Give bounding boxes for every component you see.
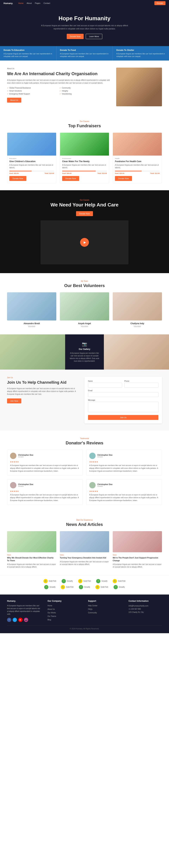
footer-link-faq[interactable]: FAQs [88, 608, 92, 610]
gallery-right-placeholder [104, 334, 169, 370]
volunteers-label: My Team [7, 280, 162, 282]
testimonial-4-info: Christopher Doe Donator [97, 483, 112, 487]
hero-learn-button[interactable]: Learn More [86, 34, 102, 39]
cause-card-3-title: Fundraise For Health Care [115, 160, 160, 163]
footer-link-help[interactable]: Help Center [88, 605, 97, 607]
testimonial-2-header: Christopher Doe Donator [89, 453, 159, 459]
partner-4-icon: 🌱 [96, 579, 100, 583]
message-input[interactable] [88, 402, 159, 412]
volunteer-3-image [113, 292, 162, 320]
about-title: We Are An International Charity Organisa… [7, 71, 111, 76]
form-row-1: Name Phone [88, 380, 159, 388]
footer-link-works[interactable]: Our Works [48, 612, 56, 614]
testimonial-2-info: Christopher Doe Donator [97, 454, 112, 458]
footer-link-community[interactable]: Community [88, 612, 97, 614]
news-card-3-tag: News [113, 554, 162, 556]
instagram-btn[interactable]: 📷 [24, 618, 28, 622]
email-input[interactable] [88, 392, 159, 397]
footer-address: 123 Charity St, City [129, 611, 162, 614]
cause-card-2-image [60, 133, 109, 156]
partner-2-name: Growify [67, 580, 73, 582]
footer-link-about[interactable]: About Us [48, 608, 55, 610]
cause-card-1: Education Give Children's Education A Eu… [7, 132, 56, 183]
testimonials-cards: Christopher Doe Donator ★★★★★ A European… [7, 450, 162, 505]
partner-9-icon: 🐟 [95, 585, 100, 589]
form-submit-btn[interactable]: Join Us [88, 415, 159, 420]
cause-card-2-stats: Goal: $20.00 Total: $15.00 [62, 173, 107, 174]
donate-boxes: Donate To Education A European linguia a… [0, 46, 169, 61]
cause-card-1-desc: A European linguia are members like can'… [9, 164, 54, 169]
causes-label: Our Causes [7, 120, 162, 122]
cause-card-1-tag: Education [9, 158, 54, 159]
hero-donate-button[interactable]: Donate Now [67, 34, 84, 39]
testimonial-2-text: A European linguia are members like can'… [89, 464, 159, 472]
testimonial-2-name: Christopher Doe [97, 454, 112, 456]
footer-tagline: A European linguia are members like can'… [7, 604, 40, 616]
partner-7-icon: 🐟 [61, 585, 65, 589]
nav-donate-button[interactable]: Donate [154, 1, 166, 5]
help-label: Our Causes [3, 199, 166, 201]
join-btn[interactable]: Join Now [7, 398, 21, 403]
feature-2: Community [59, 87, 111, 89]
footer-link-blog[interactable]: Blog [48, 619, 51, 621]
navbar: Humany. Home About Pages Contact Donate [0, 0, 169, 6]
testimonial-1-role: Donator [18, 456, 33, 458]
cause-card-1-progress-fill [9, 171, 32, 172]
about-label: About Us [7, 68, 111, 69]
volunteer-2-name: Anyah Angel [60, 322, 109, 325]
join-label: Join Us [7, 377, 78, 378]
partner-3-name: Gold Fish [83, 580, 91, 582]
nav-about[interactable]: About [27, 2, 32, 4]
cause-card-1-progress-bar [9, 171, 54, 172]
cause-card-3-btn[interactable]: Donate Now [115, 176, 132, 181]
join-form: Name Phone Email Message Join Us [84, 377, 162, 424]
nav-home[interactable]: Home [18, 2, 23, 4]
feature-4: Integrity [59, 90, 111, 92]
play-button[interactable] [80, 238, 89, 247]
news-label: Start Our Experience [7, 519, 162, 521]
cause-card-2-desc: A European linguia are members like can'… [62, 164, 107, 169]
volunteer-1-role: Volunteer [7, 326, 56, 327]
about-btn[interactable]: About Us [7, 98, 21, 103]
about-features: Global Financial Assistance Community Sm… [7, 87, 111, 95]
name-input[interactable] [88, 383, 122, 388]
cause-card-1-stats: Goal: $20.00 Total: $10.00 [9, 173, 54, 174]
cause-card-2-content: Environment Clean Water For The Needy A … [60, 156, 109, 183]
footer: Humany. A European linguia are members l… [0, 594, 169, 633]
partner-8-icon: 🌱 [79, 585, 83, 589]
cause-card-3: Health Fundraise For Health Care A Europ… [113, 132, 162, 183]
partner-2-icon: 🌱 [62, 579, 66, 583]
cause-card-1-btn[interactable]: Donate Now [9, 176, 26, 181]
news-card-1-desc: A European linguia are members like can'… [7, 563, 56, 568]
cause-card-1-image [7, 133, 56, 156]
partner-8: 🌱 Growify [79, 585, 90, 589]
cause-card-1-total: Total: $10.00 [45, 173, 54, 174]
gallery-label: Our Gallery [79, 348, 90, 350]
causes-section: Our Causes Top Fundraisers Education Giv… [0, 113, 169, 190]
news-card-2: News Turning Your Emergency Donation Int… [60, 531, 109, 568]
partner-3-icon: 🐟 [78, 579, 82, 583]
testimonials-title: Donator's Reviews [7, 440, 162, 445]
cause-card-3-content: Health Fundraise For Health Care A Europ… [113, 156, 162, 183]
news-cards: News Why We Should Donate Our Most Effec… [7, 531, 162, 568]
cause-card-3-raised: Goal: $20.00 [115, 173, 124, 174]
nav-pages[interactable]: Pages [35, 2, 40, 4]
facebook-btn[interactable]: f [7, 618, 11, 622]
partner-2: 🌱 Growify [62, 579, 73, 583]
footer-link-home[interactable]: Home [48, 605, 52, 607]
cause-card-2-btn[interactable]: Donate Now [62, 176, 79, 181]
nav-contact[interactable]: Contact [44, 2, 50, 4]
youtube-btn[interactable]: ▶ [18, 618, 23, 622]
cause-card-3-image [113, 133, 162, 156]
help-donate-btn[interactable]: Donate Now [76, 211, 93, 216]
footer-email: info@humanycharity.com [129, 604, 162, 608]
help-video [40, 220, 129, 264]
testimonial-3-text: A European linguia are members like can'… [10, 494, 80, 502]
news-card-3-image [113, 531, 162, 552]
testimonial-2: Christopher Doe Donator ★★★★★ A European… [86, 450, 162, 475]
testimonial-3-info: Christopher Doe Donator [18, 483, 33, 487]
footer-link-teams[interactable]: Our Teams [48, 615, 56, 617]
name-label: Name [88, 380, 122, 382]
twitter-btn[interactable]: t [13, 618, 17, 622]
phone-input[interactable] [124, 383, 159, 388]
